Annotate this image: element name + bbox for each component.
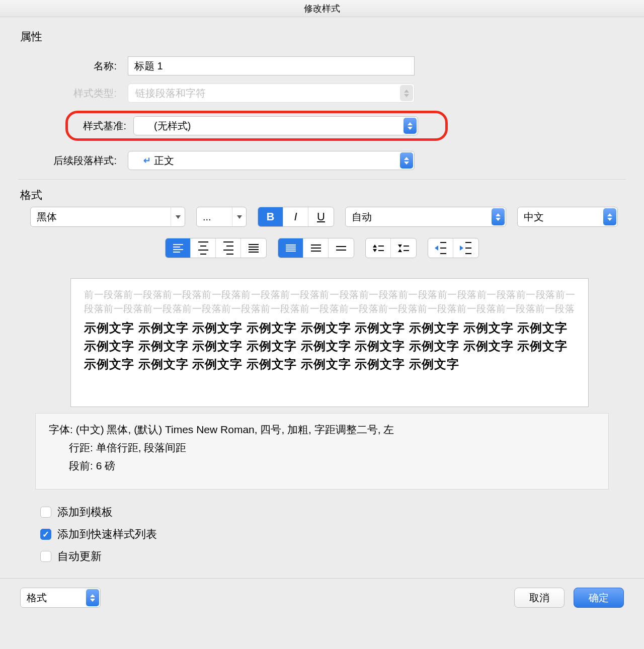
select-style-based-on[interactable]: (无样式) <box>133 116 418 135</box>
align-justify-button[interactable] <box>241 238 266 258</box>
spacing-1-button[interactable] <box>278 238 303 258</box>
preview-sample-text: 示例文字 示例文字 示例文字 示例文字 示例文字 示例文字 示例文字 示例文字 … <box>84 319 575 373</box>
cancel-button[interactable]: 取消 <box>514 588 565 608</box>
stepper-icon[interactable] <box>86 589 99 606</box>
spacing-group <box>278 238 354 258</box>
footer-divider <box>0 578 644 579</box>
footer: 格式 取消 确定 <box>0 588 644 623</box>
align-right-button[interactable] <box>216 238 241 258</box>
stepper-icon[interactable] <box>404 118 417 134</box>
desc-line3: 段前: 6 磅 <box>49 457 595 475</box>
dropdown-icon[interactable] <box>232 207 246 226</box>
format-toolbar-row2 <box>18 238 626 258</box>
preview-box: 前一段落前一段落前一段落前一段落前一段落前一段落前一段落前一段落前一段落前一段落… <box>70 278 589 407</box>
label-next-para: 后续段落样式: <box>18 154 117 168</box>
row-name: 名称: <box>31 56 626 75</box>
para-space-dec-button[interactable] <box>391 238 416 258</box>
stepper-icon[interactable] <box>400 152 413 169</box>
align-left-button[interactable] <box>166 238 191 258</box>
stepper-icon <box>400 85 413 101</box>
decrease-indent-button[interactable] <box>428 238 453 258</box>
align-center-button[interactable] <box>191 238 216 258</box>
pilcrow-icon: ↵ <box>143 155 151 166</box>
description-box: 字体: (中文) 黑体, (默认) Times New Roman, 四号, 加… <box>35 413 609 490</box>
section-format: 格式 <box>20 188 626 203</box>
font-combo[interactable]: 黑体 <box>30 207 185 227</box>
check-add-template[interactable] <box>40 507 51 518</box>
title-text: 修改样式 <box>304 3 340 15</box>
spacing-2-button[interactable] <box>329 238 354 258</box>
check-add-quick-row: 添加到快速样式列表 <box>40 527 644 542</box>
increase-indent-button[interactable] <box>453 238 478 258</box>
section-attributes: 属性 <box>20 29 626 44</box>
bold-button[interactable]: B <box>258 207 283 226</box>
format-toolbar-row1: 黑体 ... B I U 自动 中文 <box>18 207 626 227</box>
check-auto-update-label: 自动更新 <box>57 549 102 564</box>
select-next-para-style[interactable]: ↵ 正文 <box>128 151 415 170</box>
label-style-based-on: 样式基准: <box>75 119 126 133</box>
indent-group <box>428 238 479 258</box>
input-name[interactable] <box>128 56 415 75</box>
check-add-quick-label: 添加到快速样式列表 <box>57 527 157 542</box>
row-next-para-style: 后续段落样式: ↵ 正文 <box>18 151 626 170</box>
label-style-type: 样式类型: <box>31 87 117 100</box>
check-add-template-label: 添加到模板 <box>57 505 113 520</box>
para-space-inc-button[interactable] <box>366 238 391 258</box>
row-style-type: 样式类型: 链接段落和字符 <box>31 84 626 103</box>
italic-button[interactable]: I <box>283 207 308 226</box>
stepper-icon[interactable] <box>492 208 505 225</box>
dropdown-icon[interactable] <box>171 207 185 226</box>
check-add-quick[interactable] <box>40 529 51 540</box>
footer-left: 格式 <box>20 588 101 608</box>
highlighted-row-style-based-on: 样式基准: (无样式) <box>65 111 448 141</box>
size-value: ... <box>203 211 211 223</box>
desc-line1: 字体: (中文) 黑体, (默认) Times New Roman, 四号, 加… <box>49 421 595 439</box>
desc-line2: 行距: 单倍行距, 段落间距 <box>49 439 595 457</box>
lang-combo[interactable]: 中文 <box>517 207 618 227</box>
select-style-based-on-value: (无样式) <box>154 119 191 133</box>
check-add-template-row: 添加到模板 <box>40 505 644 520</box>
font-value: 黑体 <box>37 210 57 224</box>
select-next-para-value: 正文 <box>154 154 174 168</box>
select-style-type-value: 链接段落和字符 <box>135 87 206 100</box>
color-value: 自动 <box>352 210 372 224</box>
ok-button[interactable]: 确定 <box>574 588 624 608</box>
preview-prev-text: 前一段落前一段落前一段落前一段落前一段落前一段落前一段落前一段落前一段落前一段落… <box>84 288 575 316</box>
biu-group: B I U <box>258 207 334 227</box>
color-combo[interactable]: 自动 <box>345 207 506 227</box>
size-combo[interactable]: ... <box>196 207 247 227</box>
underline-button[interactable]: U <box>308 207 334 226</box>
spacing-1.5-button[interactable] <box>303 238 329 258</box>
window-title: 修改样式 <box>0 0 644 17</box>
label-name: 名称: <box>31 59 117 73</box>
select-style-type: 链接段落和字符 <box>128 84 415 103</box>
footer-right: 取消 确定 <box>514 588 624 608</box>
stepper-icon[interactable] <box>603 208 616 225</box>
lang-value: 中文 <box>524 210 544 224</box>
check-auto-update[interactable] <box>40 551 51 562</box>
format-menu-button[interactable]: 格式 <box>20 588 101 608</box>
para-spacing-group <box>365 238 417 258</box>
align-group <box>165 238 267 258</box>
checkboxes-area: 添加到模板 添加到快速样式列表 自动更新 <box>0 494 644 573</box>
divider <box>18 179 626 180</box>
format-menu-label: 格式 <box>27 591 47 605</box>
check-auto-update-row: 自动更新 <box>40 549 644 564</box>
